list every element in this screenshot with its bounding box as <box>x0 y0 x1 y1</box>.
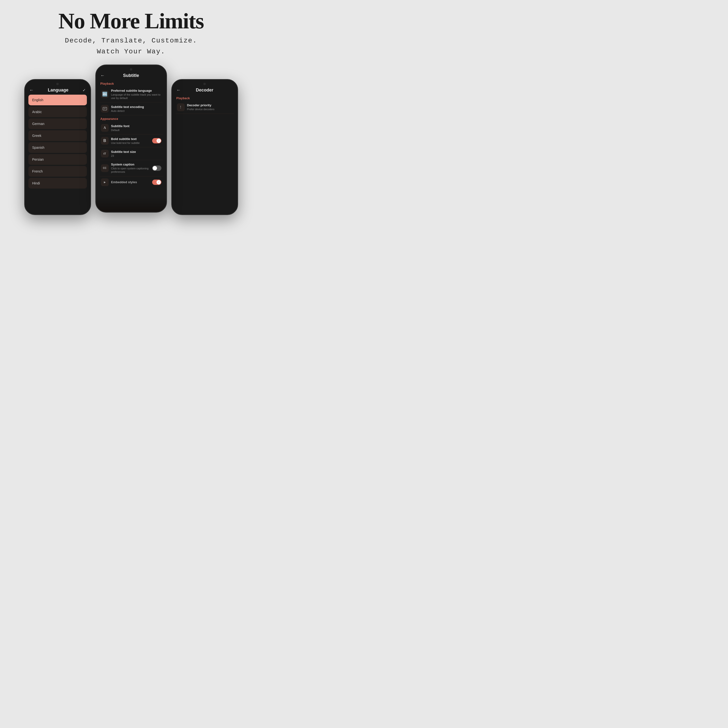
language-title: Language <box>48 87 69 93</box>
lang-item-arabic[interactable]: Arabic <box>28 107 87 117</box>
setting-caption[interactable]: CC System caption Click to open system c… <box>99 160 163 176</box>
hero-subtitle-line1: Decode, Translate, Customize. <box>65 37 197 44</box>
hero-title: No More Limits <box>58 10 204 32</box>
power-btn-center <box>166 96 167 107</box>
encoding-name: Subtitle text encoding <box>111 105 161 109</box>
language-list: English Arabic German Greek Spanish Pers… <box>28 95 87 188</box>
setting-preferred-lang[interactable]: 🔤 Preferred subtitle language Language o… <box>99 86 163 102</box>
setting-font[interactable]: A Subtitle font Default <box>99 122 163 135</box>
language-screen: ← Language ✓ English Arabic German Greek… <box>25 85 90 192</box>
vol-down-btn-center <box>95 104 96 113</box>
bold-toggle[interactable] <box>152 138 161 144</box>
encoding-text: Subtitle text encoding Auto detect <box>111 105 161 113</box>
preferred-lang-desc: Language of the subtitle track you want … <box>111 93 161 100</box>
caption-name: System caption <box>111 162 150 166</box>
phone-subtitle: ← Subtitle Playback 🔤 Preferred subtitle… <box>95 64 167 213</box>
text-size-name: Subtitle text size <box>111 150 161 154</box>
hero-section: No More Limits Decode, Translate, Custom… <box>58 10 204 57</box>
text-size-desc: 23 <box>111 154 161 158</box>
bold-desc: Use bold text for subtitle <box>111 141 150 145</box>
bold-icon: B <box>101 137 109 145</box>
bold-name: Bold subtitle text <box>111 137 150 141</box>
lang-icon: 🔤 <box>101 90 109 98</box>
decoder-title: Decoder <box>196 87 213 93</box>
bold-text: Bold subtitle text Use bold text for sub… <box>111 137 150 145</box>
hero-subtitle-line2: Watch Your Way. <box>97 48 165 55</box>
lang-item-hindi[interactable]: Hindi <box>28 178 87 188</box>
hero-subtitle: Decode, Translate, Customize. Watch Your… <box>58 35 204 57</box>
camera-right <box>203 83 206 85</box>
exclaim-icon: ! <box>177 103 185 111</box>
back-arrow-left[interactable]: ← <box>29 87 34 93</box>
lang-item-english[interactable]: English <box>28 95 87 105</box>
svg-rect-0 <box>103 107 107 110</box>
text-size-icon: tT <box>101 150 109 158</box>
font-text: Subtitle font Default <box>111 124 161 132</box>
encoding-desc: Auto detect <box>111 109 161 113</box>
vol-down-btn-right <box>171 115 172 124</box>
subtitle-title: Subtitle <box>123 73 139 78</box>
phone-language: ← Language ✓ English Arabic German Greek… <box>24 79 91 215</box>
caption-text: System caption Click to open system capt… <box>111 162 150 174</box>
caption-toggle[interactable] <box>152 165 161 171</box>
back-arrow-right[interactable]: ← <box>176 87 181 93</box>
lang-item-spanish[interactable]: Spanish <box>28 142 87 153</box>
power-btn-left <box>90 108 91 119</box>
subtitle-screen: ← Subtitle Playback 🔤 Preferred subtitle… <box>96 70 166 191</box>
playback-label-right: Playback <box>176 96 233 100</box>
encoding-icon <box>101 105 109 113</box>
language-header: ← Language ✓ <box>28 85 87 95</box>
decoder-priority-text: Decoder priority Prefer device decoders <box>187 103 232 111</box>
preferred-lang-text: Preferred subtitle language Language of … <box>111 89 161 100</box>
back-arrow-center[interactable]: ← <box>101 73 105 78</box>
phone-decoder: ← Decoder Playback ! Decoder priority Pr… <box>171 79 238 215</box>
lang-item-persian[interactable]: Persian <box>28 154 87 165</box>
caption-icon: CC <box>101 164 109 172</box>
lang-item-greek[interactable]: Greek <box>28 130 87 141</box>
setting-text-size[interactable]: tT Subtitle text size 23 <box>99 147 163 160</box>
caption-desc: Click to open system captioning preferen… <box>111 167 150 174</box>
playback-label-center: Playback <box>101 82 162 86</box>
camera-center <box>130 68 132 70</box>
setting-text-encoding[interactable]: Subtitle text encoding Auto detect <box>99 102 163 115</box>
power-btn-right <box>237 108 238 119</box>
embedded-text: Embedded styles <box>111 180 137 184</box>
embedded-icon: ▶ <box>101 178 109 186</box>
font-icon: A <box>101 124 109 132</box>
decoder-priority-name: Decoder priority <box>187 103 232 107</box>
setting-decoder-priority[interactable]: ! Decoder priority Prefer device decoder… <box>176 101 234 114</box>
lang-item-french[interactable]: French <box>28 166 87 177</box>
font-desc: Default <box>111 128 161 132</box>
vol-up-btn-right <box>171 104 172 113</box>
appearance-label: Appearance <box>101 117 162 121</box>
fade-bottom-center <box>96 197 166 212</box>
embedded-toggle[interactable] <box>152 180 161 185</box>
check-icon: ✓ <box>83 88 86 92</box>
subtitle-header: ← Subtitle <box>99 70 163 80</box>
phones-container: ← Language ✓ English Arabic German Greek… <box>24 64 238 215</box>
setting-bold[interactable]: B Bold subtitle text Use bold text for s… <box>99 135 163 147</box>
decoder-screen: ← Decoder Playback ! Decoder priority Pr… <box>172 85 237 117</box>
vol-up-btn-left <box>24 104 25 113</box>
preferred-lang-name: Preferred subtitle language <box>111 89 161 92</box>
font-name: Subtitle font <box>111 124 161 128</box>
partial-embedded: ▶ Embedded styles <box>99 176 163 188</box>
vol-down-btn-left <box>24 115 25 124</box>
lang-item-german[interactable]: German <box>28 118 87 129</box>
decoder-priority-desc: Prefer device decoders <box>187 107 232 111</box>
decoder-header: ← Decoder <box>176 85 234 95</box>
vol-up-btn-center <box>95 92 96 101</box>
text-size-text: Subtitle text size 23 <box>111 150 161 158</box>
camera-left <box>56 83 59 85</box>
